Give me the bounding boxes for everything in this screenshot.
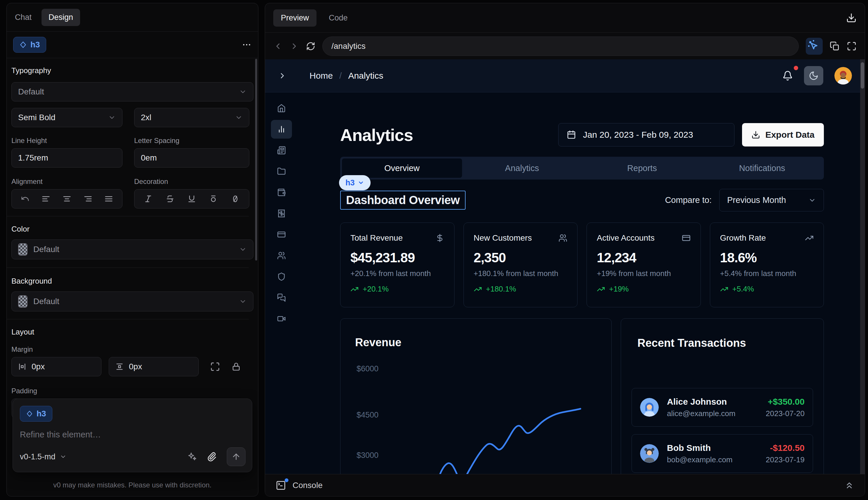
- italic-icon[interactable]: [144, 194, 152, 203]
- console-bar[interactable]: Console: [265, 474, 865, 496]
- copy-icon[interactable]: [830, 41, 840, 51]
- color-value: Default: [33, 245, 59, 254]
- align-left-icon[interactable]: [42, 194, 50, 203]
- margin-x-input[interactable]: 0px: [11, 357, 101, 376]
- composer-input[interactable]: Refine this element…: [20, 430, 245, 440]
- browser-bar: /analytics: [265, 33, 865, 60]
- download-icon[interactable]: [846, 13, 857, 23]
- sidebar-item-messages[interactable]: [271, 288, 292, 307]
- terminal-icon: [276, 480, 286, 491]
- tab-preview[interactable]: Preview: [273, 9, 316, 26]
- expand-margin-icon[interactable]: [210, 362, 220, 372]
- lock-margin-icon[interactable]: [231, 362, 241, 371]
- line-height-input[interactable]: 1.75rem: [11, 148, 123, 168]
- overline-icon[interactable]: [209, 194, 218, 203]
- stat-card-new-customers[interactable]: New Customers 2,350 +180.1% from last mo…: [464, 223, 578, 307]
- tab-analytics[interactable]: Analytics: [462, 158, 582, 178]
- align-right-icon[interactable]: [84, 194, 92, 203]
- more-options-icon[interactable]: [242, 40, 252, 50]
- sidebar-item-news[interactable]: [271, 141, 292, 160]
- export-data-button[interactable]: Export Data: [742, 123, 824, 147]
- slashed-zero-icon[interactable]: [231, 194, 240, 203]
- users-icon: [558, 234, 567, 242]
- letter-spacing-input[interactable]: 0em: [134, 148, 249, 168]
- credit-card-icon: [682, 234, 691, 242]
- preview-scrollbar[interactable]: [860, 59, 865, 474]
- panel-scrollbar[interactable]: [255, 59, 257, 261]
- undo-icon[interactable]: [21, 194, 30, 203]
- chevrons-up-icon[interactable]: [844, 480, 854, 490]
- app-viewport: Home / Analytics: [265, 59, 865, 474]
- refresh-icon[interactable]: [306, 42, 315, 51]
- stat-card-growth-rate[interactable]: Growth Rate 18.6% +5.4% from last month …: [710, 223, 824, 307]
- font-size-select[interactable]: 2xl: [134, 108, 249, 127]
- stat-card-total-revenue[interactable]: Total Revenue $45,231.89 +20.1% from las…: [340, 223, 454, 307]
- stat-value: 12,234: [597, 250, 691, 265]
- theme-toggle-button[interactable]: [804, 66, 823, 86]
- chevron-down-icon: [358, 180, 364, 186]
- chevron-down-icon: [235, 114, 243, 121]
- forward-icon[interactable]: [290, 42, 299, 51]
- selected-element-badge[interactable]: h3: [13, 37, 46, 53]
- sidebar-item-invoices[interactable]: [271, 204, 292, 223]
- console-label: Console: [292, 481, 323, 490]
- sidebar-item-files[interactable]: [271, 162, 292, 181]
- date-range-value: Jan 20, 2023 - Feb 09, 2023: [583, 130, 693, 140]
- back-icon[interactable]: [273, 42, 282, 51]
- transaction-row[interactable]: Alice Johnson alice@example.com +$350.00…: [632, 388, 813, 427]
- stat-card-active-accounts[interactable]: Active Accounts 12,234 +19% from last mo…: [587, 223, 701, 307]
- font-weight-select[interactable]: Semi Bold: [11, 108, 123, 127]
- margin-y-input[interactable]: 0px: [109, 357, 199, 376]
- v0-workspace: Chat Design h3 Typography Default Semi B…: [0, 0, 868, 500]
- background-value: Default: [33, 297, 59, 306]
- diamond-icon: [19, 41, 27, 48]
- revenue-chart-card: Revenue $6000 $4500 $3000: [340, 318, 612, 474]
- sidebar-item-users[interactable]: [271, 246, 292, 265]
- preview-scrollbar-thumb[interactable]: [861, 62, 864, 89]
- export-label: Export Data: [765, 130, 814, 140]
- color-select[interactable]: Default: [11, 239, 253, 259]
- breadcrumb-home[interactable]: Home: [310, 71, 333, 81]
- sidebar-item-security[interactable]: [271, 267, 292, 286]
- alignment-label: Alignment: [11, 178, 123, 186]
- fullscreen-icon[interactable]: [847, 41, 857, 51]
- tab-design[interactable]: Design: [42, 9, 80, 26]
- tab-reports[interactable]: Reports: [582, 158, 702, 178]
- sidebar-item-cards[interactable]: [271, 225, 292, 244]
- inspected-tag-chip[interactable]: h3: [339, 175, 371, 190]
- selected-element-outline[interactable]: Dashboard Overview: [340, 191, 465, 209]
- background-select[interactable]: Default: [11, 292, 253, 311]
- tab-code[interactable]: Code: [329, 13, 348, 23]
- align-center-icon[interactable]: [62, 194, 71, 203]
- notifications-button[interactable]: [783, 70, 793, 81]
- sidebar-item-home[interactable]: [271, 99, 292, 117]
- tab-chat[interactable]: Chat: [15, 13, 32, 22]
- align-justify-icon[interactable]: [104, 194, 113, 203]
- sparkles-icon[interactable]: [187, 452, 197, 462]
- sidebar-item-video[interactable]: [271, 309, 292, 328]
- user-avatar[interactable]: [834, 67, 852, 84]
- paperclip-icon[interactable]: [207, 452, 217, 462]
- date-range-button[interactable]: Jan 20, 2023 - Feb 09, 2023: [558, 123, 734, 147]
- composer-element-badge[interactable]: h3: [20, 406, 52, 422]
- sidebar-item-wallet[interactable]: [271, 183, 292, 202]
- page-title: Analytics: [340, 125, 413, 145]
- line-height-label: Line Height: [11, 137, 123, 145]
- strikethrough-icon[interactable]: [166, 194, 174, 203]
- sidebar-expand-icon[interactable]: [278, 71, 287, 80]
- breadcrumb-current: Analytics: [348, 71, 383, 81]
- compare-select[interactable]: Previous Month: [719, 189, 824, 212]
- chevron-down-icon: [808, 196, 816, 204]
- underline-icon[interactable]: [187, 194, 196, 203]
- tab-notifications[interactable]: Notifications: [702, 158, 822, 178]
- line-height-value: 1.75rem: [18, 153, 48, 162]
- font-family-select[interactable]: Default: [11, 82, 253, 101]
- model-select[interactable]: v0-1.5-md: [20, 452, 67, 462]
- url-input[interactable]: /analytics: [322, 36, 799, 56]
- inspect-element-button[interactable]: [806, 38, 823, 55]
- send-button[interactable]: [227, 447, 245, 466]
- letter-spacing-value: 0em: [141, 153, 157, 162]
- transaction-row[interactable]: Bob Smith bob@example.com -$120.50 2023-…: [632, 434, 813, 473]
- stat-trend-value: +20.1%: [363, 284, 389, 294]
- sidebar-item-analytics[interactable]: [271, 120, 292, 139]
